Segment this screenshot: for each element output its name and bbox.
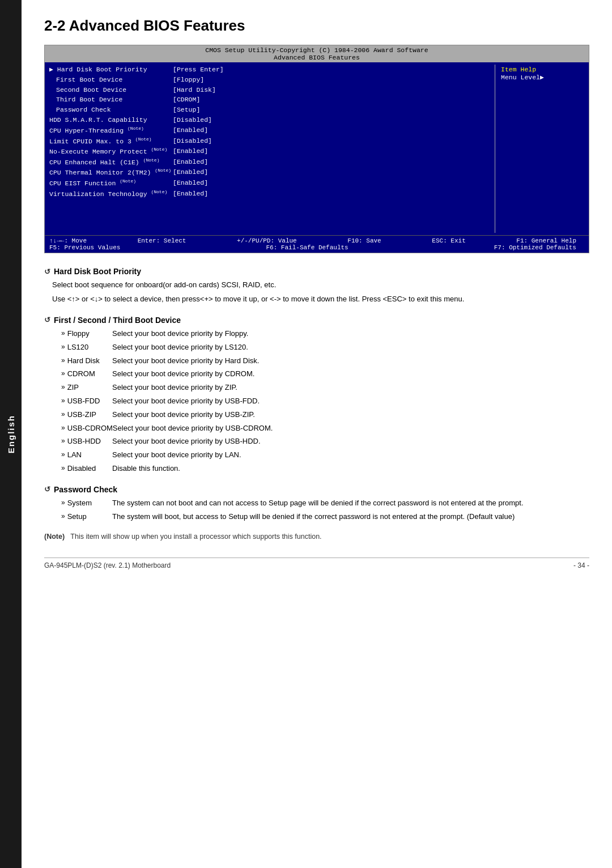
footer-left: GA-945PLM-(D)S2 (rev. 2.1) Motherboard	[44, 561, 171, 569]
bios-value-9: [Enabled]	[173, 157, 208, 168]
section-title-password: Password Check	[54, 485, 117, 494]
bios-left-panel: ▶ Hard Disk Boot Priority [Press Enter] …	[48, 65, 495, 233]
list-item-system: »System The system can not boot and can …	[61, 497, 589, 509]
item-desc-cdrom: Select your boot device priority by CDRO…	[112, 368, 589, 380]
list-item-floppy: »Floppy Select your boot device priority…	[61, 328, 589, 340]
section-arrow-icon-3: ↺	[44, 485, 50, 493]
item-desc-zip: Select your boot device priority by ZIP.	[112, 382, 589, 394]
bios-row-12[interactable]: Virtualization Technology (Note) [Enable…	[48, 189, 489, 199]
bios-label-6: CPU Hyper-Threading (Note)	[48, 125, 173, 136]
footer-value: +/-/PU/PD: Value	[237, 237, 297, 244]
bios-label-1: First Boot Device	[48, 75, 173, 85]
bios-label-3: Third Boot Device	[48, 95, 173, 105]
bios-value-4: [Setup]	[173, 105, 200, 115]
footer-optimized: F7: Optimized Defaults	[494, 244, 576, 251]
page-title: 2-2 Advanced BIOS Features	[44, 17, 589, 35]
boot-device-list: »Floppy Select your boot device priority…	[61, 328, 589, 475]
item-desc-usbzip: Select your boot device priority by USB-…	[112, 409, 589, 421]
list-item-usbhdd: »USB-HDD Select your boot device priorit…	[61, 436, 589, 448]
bios-label-7: Limit CPUID Max. to 3 (Note)	[48, 136, 173, 147]
bios-label-11: CPU EIST Function (Note)	[48, 178, 173, 189]
bios-value-2: [Hard Disk]	[173, 85, 216, 95]
list-item-disabled: »Disabled Disable this function.	[61, 463, 589, 475]
list-item-lan: »LAN Select your boot device priority by…	[61, 449, 589, 461]
bios-row-8[interactable]: No-Execute Memory Protect (Note) [Enable…	[48, 146, 489, 157]
item-desc-setup: The system will boot, but access to Setu…	[112, 511, 589, 523]
note-text: This item will show up when you install …	[70, 533, 321, 541]
bios-value-1: [Floppy]	[173, 75, 204, 85]
item-key-usbcdrom: »USB-CDROM	[61, 423, 113, 435]
section-password-check: ↺ Password Check »System The system can …	[44, 485, 589, 523]
section-arrow-icon: ↺	[44, 267, 50, 276]
item-key-disabled: »Disabled	[61, 463, 112, 475]
bios-row-1[interactable]: First Boot Device [Floppy]	[48, 75, 489, 85]
bios-label-9: CPU Enhanced Halt (C1E) (Note)	[48, 157, 173, 168]
bios-row-3[interactable]: Third Boot Device [CDROM]	[48, 95, 489, 105]
bios-row-9[interactable]: CPU Enhanced Halt (C1E) (Note) [Enabled]	[48, 157, 489, 168]
bios-footer-row1: ↑↓→←: Move Enter: Select +/-/PU/PD: Valu…	[49, 237, 584, 244]
note-section: (Note) This item will show up when you i…	[44, 533, 589, 541]
bios-label-12: Virtualization Technology (Note)	[48, 189, 173, 199]
item-key-ls120: »LS120	[61, 342, 112, 354]
page-footer: GA-945PLM-(D)S2 (rev. 2.1) Motherboard -…	[44, 558, 589, 569]
bios-header-line2: Advanced BIOS Features	[45, 54, 589, 61]
bios-value-8: [Enabled]	[173, 146, 208, 157]
bios-body: ▶ Hard Disk Boot Priority [Press Enter] …	[45, 62, 589, 235]
item-desc-usbcdrom: Select your boot device priority by USB-…	[113, 423, 589, 435]
bios-row-6[interactable]: CPU Hyper-Threading (Note) [Enabled]	[48, 125, 489, 136]
item-desc-floppy: Select your boot device priority by Flop…	[112, 328, 589, 340]
bios-right-panel: Item Help Menu Level▶	[495, 65, 585, 233]
bios-value-0: [Press Enter]	[173, 65, 224, 75]
item-key-lan: »LAN	[61, 449, 112, 461]
section-heading-password: ↺ Password Check	[44, 485, 589, 494]
list-item-ls120: »LS120 Select your boot device priority …	[61, 342, 589, 354]
footer-exit: ESC: Exit	[432, 237, 465, 244]
footer-help: F1: General Help	[516, 237, 576, 244]
section-title-hard-disk: Hard Disk Boot Priority	[54, 267, 141, 276]
list-item-usbzip: »USB-ZIP Select your boot device priorit…	[61, 409, 589, 421]
bios-value-12: [Enabled]	[173, 189, 208, 199]
item-desc-usbhdd: Select your boot device priority by USB-…	[112, 436, 589, 448]
main-content: 2-2 Advanced BIOS Features CMOS Setup Ut…	[22, 0, 612, 586]
bios-footer: ↑↓→←: Move Enter: Select +/-/PU/PD: Valu…	[45, 235, 589, 253]
item-desc-ls120: Select your boot device priority by LS12…	[112, 342, 589, 354]
bios-row-4[interactable]: Password Check [Setup]	[48, 105, 489, 115]
bios-row-7[interactable]: Limit CPUID Max. to 3 (Note) [Disabled]	[48, 136, 489, 147]
item-desc-harddisk: Select your boot device priority by Hard…	[112, 355, 589, 367]
footer-right: - 34 -	[573, 561, 589, 569]
list-item-usbcdrom: »USB-CDROM Select your boot device prior…	[61, 423, 589, 435]
bios-row-2[interactable]: Second Boot Device [Hard Disk]	[48, 85, 489, 95]
section-para-0-1: Use <↑> or <↓> to select a device, then …	[52, 293, 589, 305]
bios-row-10[interactable]: CPU Thermal Monitor 2(TM2) (Note) [Enabl…	[48, 167, 489, 178]
footer-save: F10: Save	[347, 237, 381, 244]
bios-label-8: No-Execute Memory Protect (Note)	[48, 146, 173, 157]
bios-header-line1: CMOS Setup Utility-Copyright (C) 1984-20…	[45, 46, 589, 54]
bios-label-4: Password Check	[48, 105, 173, 115]
bios-value-3: [CDROM]	[173, 95, 200, 105]
item-help-title: Item Help	[501, 66, 585, 73]
bios-value-6: [Enabled]	[173, 125, 208, 136]
sidebar-label: English	[6, 415, 16, 453]
item-key-zip: »ZIP	[61, 382, 112, 394]
bios-value-11: [Enabled]	[173, 178, 208, 189]
list-item-zip: »ZIP Select your boot device priority by…	[61, 382, 589, 394]
item-desc-system: The system can not boot and can not acce…	[112, 497, 589, 509]
bios-row-0[interactable]: ▶ Hard Disk Boot Priority [Press Enter]	[48, 65, 489, 75]
section-hard-disk-boot-priority: ↺ Hard Disk Boot Priority Select boot se…	[44, 267, 589, 305]
list-item-usbfdd: »USB-FDD Select your boot device priorit…	[61, 395, 589, 407]
bios-footer-row2: F5: Previous Values F6: Fail-Safe Defaul…	[49, 244, 584, 251]
note-label: (Note)	[44, 533, 65, 541]
footer-failsafe: F6: Fail-Safe Defaults	[266, 244, 348, 251]
footer-move: ↑↓→←: Move	[49, 237, 87, 244]
item-key-usbzip: »USB-ZIP	[61, 409, 112, 421]
password-check-list: »System The system can not boot and can …	[61, 497, 589, 523]
item-help-text: Menu Level▶	[501, 73, 585, 81]
bios-label-0: ▶ Hard Disk Boot Priority	[48, 65, 173, 75]
bios-row-5[interactable]: HDD S.M.A.R.T. Capability [Disabled]	[48, 115, 489, 125]
bios-row-11[interactable]: CPU EIST Function (Note) [Enabled]	[48, 178, 489, 189]
item-key-harddisk: »Hard Disk	[61, 355, 112, 367]
section-heading-boot-device: ↺ First / Second / Third Boot Device	[44, 316, 589, 325]
item-key-usbfdd: »USB-FDD	[61, 395, 112, 407]
item-key-floppy: »Floppy	[61, 328, 112, 340]
list-item-harddisk: »Hard Disk Select your boot device prior…	[61, 355, 589, 367]
